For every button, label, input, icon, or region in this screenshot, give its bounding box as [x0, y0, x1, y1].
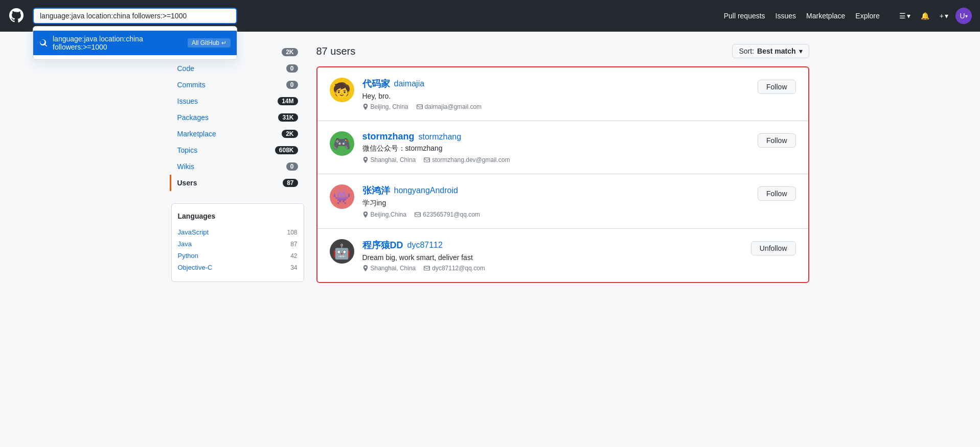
enter-symbol: ↵ [221, 39, 226, 46]
github-logo[interactable] [8, 7, 25, 25]
location-icon [362, 104, 369, 110]
sidebar-item-marketplace[interactable]: Marketplace 2K [171, 126, 304, 142]
lang-javascript[interactable]: JavaScript 108 [178, 226, 298, 238]
lang-objectivec-count: 34 [290, 264, 297, 271]
all-github-label: All GitHub [192, 39, 219, 46]
user-meta: Beijing, China daimajia@gmail.com [362, 103, 750, 110]
avatar[interactable]: U ▾ [955, 8, 972, 24]
sidebar-badge-packages: 31K [278, 113, 298, 122]
user-username[interactable]: dyc87112 [407, 241, 443, 250]
sidebar-nav: Repositories 2K Code 0 Commits 0 Issues … [171, 44, 304, 191]
user-username[interactable]: hongyangAndroid [394, 186, 458, 195]
user-display-name[interactable]: 程序猿DD [362, 239, 403, 251]
results-container: 🧒 代码家 daimajia Hey, bro. Beijing, China [316, 66, 809, 283]
nav-pull-requests[interactable]: Pull requests [720, 9, 769, 23]
sidebar-item-packages[interactable]: Packages 31K [171, 109, 304, 126]
avatar[interactable]: 🧒 [330, 78, 354, 102]
sidebar-item-code[interactable]: Code 0 [171, 60, 304, 77]
sidebar-item-commits[interactable]: Commits 0 [171, 77, 304, 93]
all-github-badge: All GitHub ↵ [188, 38, 231, 48]
dropdown-query-text: language:java location:china followers:>… [53, 35, 183, 51]
lang-java[interactable]: Java 87 [178, 238, 298, 250]
user-info: 代码家 daimajia Hey, bro. Beijing, China da… [362, 78, 750, 110]
user-display-name[interactable]: 张鸿洋 [362, 184, 390, 197]
sidebar-item-label-wikis: Wikis [177, 162, 194, 171]
search-input[interactable] [33, 8, 237, 24]
unfollow-button[interactable]: Unfollow [751, 241, 796, 255]
email-icon [415, 211, 421, 218]
nav-explore[interactable]: Explore [851, 9, 883, 23]
create-button[interactable]: + ▾ [937, 9, 951, 23]
user-email-text: 623565791@qq.com [423, 211, 480, 218]
user-location: Shanghai, China [362, 265, 416, 272]
follow-button[interactable]: Follow [758, 133, 795, 148]
sidebar-badge-wikis: 0 [286, 162, 298, 171]
table-row: 🤖 程序猿DD dyc87112 Dream big, work smart, … [317, 229, 808, 282]
page-body: Repositories 2K Code 0 Commits 0 Issues … [163, 32, 817, 295]
user-display-name[interactable]: 代码家 [362, 78, 390, 90]
user-name-row: 张鸿洋 hongyangAndroid [362, 184, 750, 197]
bell-icon: 🔔 [921, 12, 929, 20]
user-location-text: Shanghai, China [371, 265, 416, 272]
main-content: 87 users Sort: Best match ▾ 🧒 代码家 daimaj… [316, 44, 809, 283]
sidebar-item-label-topics: Topics [177, 146, 198, 154]
follow-button[interactable]: Follow [758, 80, 795, 94]
sidebar-badge-topics: 608K [275, 146, 298, 154]
user-username[interactable]: daimajia [394, 79, 425, 88]
lang-objectivec[interactable]: Objective-C 34 [178, 262, 298, 273]
avatar-chevron: ▾ [965, 13, 968, 19]
sidebar-item-topics[interactable]: Topics 608K [171, 142, 304, 158]
lang-java-label: Java [178, 240, 192, 248]
user-name-row: 程序猿DD dyc87112 [362, 239, 743, 251]
user-info: 张鸿洋 hongyangAndroid 学习ing Beijing,China … [362, 184, 750, 218]
nav-marketplace[interactable]: Marketplace [802, 9, 849, 23]
sort-label: Sort: [739, 47, 754, 55]
nav-issues[interactable]: Issues [771, 9, 800, 23]
user-info: stormzhang stormzhang 微信公众号：stormzhang S… [362, 131, 750, 163]
notification-button[interactable]: 🔔 [918, 9, 932, 23]
search-icon [39, 39, 48, 47]
sidebar-item-label-commits: Commits [177, 81, 206, 89]
avatar[interactable]: 🤖 [330, 239, 354, 264]
sidebar-item-issues[interactable]: Issues 14M [171, 93, 304, 109]
user-name-row: stormzhang stormzhang [362, 131, 750, 142]
user-info: 程序猿DD dyc87112 Dream big, work smart, de… [362, 239, 743, 272]
sidebar-badge-issues: 14M [278, 97, 298, 105]
user-username[interactable]: stormzhang [419, 132, 462, 142]
sidebar-item-wikis[interactable]: Wikis 0 [171, 158, 304, 175]
user-email: stormzhang.dev@gmail.com [424, 156, 510, 163]
avatar[interactable]: 👾 [330, 184, 354, 209]
sort-button[interactable]: Sort: Best match ▾ [732, 44, 809, 58]
sidebar-item-label-issues: Issues [177, 97, 198, 105]
results-count: 87 users [316, 45, 356, 57]
lang-javascript-count: 108 [287, 229, 297, 236]
avatar[interactable]: 🎮 [330, 131, 354, 156]
user-bio: 微信公众号：stormzhang [362, 144, 750, 153]
search-dropdown-item[interactable]: language:java location:china followers:>… [33, 31, 237, 55]
lang-javascript-label: JavaScript [178, 228, 209, 236]
sidebar-item-label-packages: Packages [177, 113, 209, 122]
header-actions: ☰ ▾ 🔔 + ▾ U ▾ [896, 8, 972, 24]
user-name-row: 代码家 daimajia [362, 78, 750, 90]
follow-button[interactable]: Follow [758, 186, 795, 201]
user-display-name[interactable]: stormzhang [362, 131, 415, 142]
lang-java-count: 87 [290, 241, 297, 248]
lang-python[interactable]: Python 42 [178, 250, 298, 262]
user-location-text: Beijing,China [371, 211, 407, 218]
results-header: 87 users Sort: Best match ▾ [316, 44, 809, 58]
sidebar-item-label-marketplace: Marketplace [177, 130, 216, 138]
user-bio: 学习ing [362, 199, 750, 208]
user-meta: Beijing,China 623565791@qq.com [362, 211, 750, 218]
hamburger-menu-button[interactable]: ☰ ▾ [896, 9, 914, 23]
location-icon [362, 211, 369, 218]
header-nav: Pull requests Issues Marketplace Explore [720, 9, 884, 23]
sidebar-item-users[interactable]: Users 87 [170, 175, 304, 191]
user-location: Shanghai, China [362, 156, 416, 163]
user-email: 623565791@qq.com [415, 211, 480, 218]
sidebar-badge-marketplace: 2K [282, 130, 298, 138]
user-location: Beijing,China [362, 211, 407, 218]
avatar-initial: U [960, 12, 965, 20]
user-email-text: stormzhang.dev@gmail.com [432, 156, 510, 163]
table-row: 👾 张鸿洋 hongyangAndroid 学习ing Beijing,Chin… [317, 174, 808, 229]
user-email: daimajia@gmail.com [417, 103, 482, 110]
